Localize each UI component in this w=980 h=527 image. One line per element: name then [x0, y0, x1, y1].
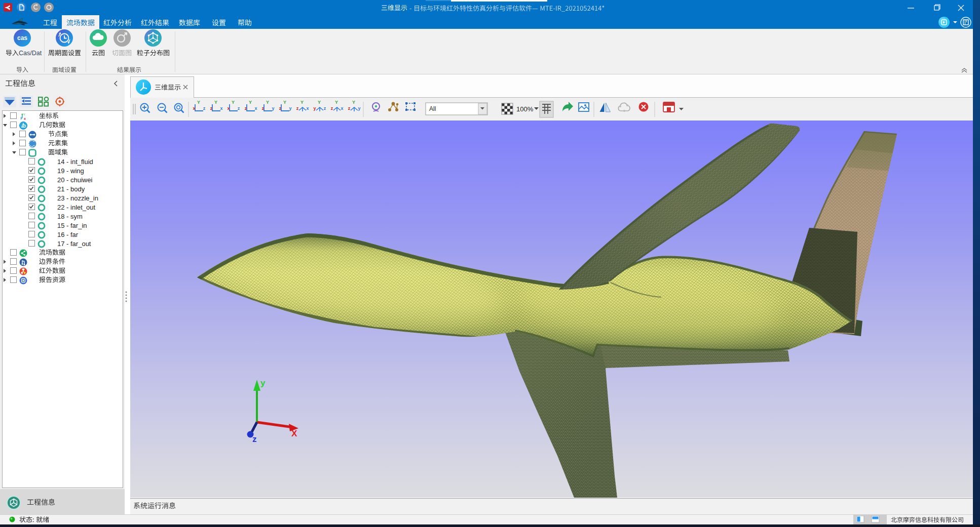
svg-text:Y: Y — [283, 100, 286, 105]
svg-text:y: y — [272, 106, 274, 111]
svg-text:z: z — [262, 106, 265, 111]
svg-text:z: z — [20, 116, 22, 119]
svg-text:z: z — [245, 106, 247, 111]
svg-text:Y: Y — [266, 100, 269, 105]
svg-text:Y: Y — [249, 100, 252, 105]
svg-text:y: y — [260, 378, 266, 388]
svg-text:Y: Y — [335, 100, 338, 105]
svg-text:Y: Y — [352, 100, 355, 105]
svg-text:Y: Y — [232, 100, 235, 105]
svg-text:x: x — [254, 106, 257, 111]
svg-text:x: x — [193, 106, 195, 111]
svg-text:Y: Y — [197, 100, 200, 105]
svg-text:x: x — [227, 106, 230, 111]
svg-text:y: y — [289, 106, 291, 111]
svg-text:x: x — [24, 117, 26, 120]
svg-text:z: z — [252, 434, 257, 444]
svg-text:100%: 100% — [516, 105, 534, 113]
svg-text:Y: Y — [300, 100, 304, 105]
svg-text:y: y — [313, 106, 316, 111]
svg-text:z: z — [238, 106, 240, 111]
svg-text:z: z — [324, 106, 326, 111]
svg-text:z: z — [210, 106, 213, 111]
svg-text:X: X — [291, 429, 297, 438]
svg-text:Y: Y — [214, 100, 217, 105]
svg-text:z: z — [296, 106, 299, 111]
svg-text:z: z — [279, 106, 282, 111]
svg-text:Y: Y — [318, 100, 321, 105]
svg-text:x: x — [341, 106, 343, 111]
svg-text:x: x — [306, 106, 309, 111]
svg-text:x: x — [220, 106, 222, 111]
svg-text:z: z — [348, 106, 351, 111]
svg-text:y: y — [358, 106, 360, 111]
svg-text:z: z — [203, 106, 206, 111]
svg-text:All: All — [429, 105, 436, 112]
svg-text:z: z — [331, 106, 333, 111]
svg-text:Y: Y — [23, 113, 25, 116]
